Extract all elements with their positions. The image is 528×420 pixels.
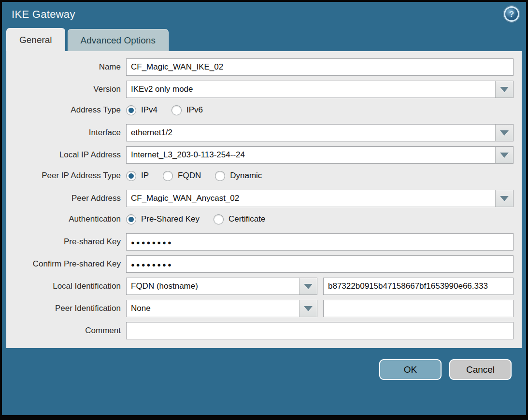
- radio-button-icon[interactable]: [163, 171, 173, 181]
- chevron-down-icon: [500, 130, 509, 136]
- version-dropdown[interactable]: IKEv2 only mode: [126, 81, 514, 98]
- radio-label-certificate[interactable]: Certificate: [228, 214, 266, 224]
- name-row: Name: [6, 58, 514, 76]
- peer-ip-address-type-row: Peer IP Address Type IP FQDN Dynamic: [6, 168, 514, 183]
- interface-dropdown[interactable]: ethernet1/2: [126, 124, 514, 141]
- local-identification-label: Local Identification: [6, 281, 126, 291]
- local-ip-address-row: Local IP Address Internet_L3_203-0-113-2…: [6, 146, 514, 164]
- radio-label-fqdn[interactable]: FQDN: [178, 171, 201, 181]
- peer-address-dropdown[interactable]: CF_Magic_WAN_Anycast_02: [126, 190, 514, 207]
- authentication-row: Authentication Pre-Shared Key Certificat…: [6, 212, 514, 226]
- confirm-pre-shared-key-row: Confirm Pre-shared Key: [6, 255, 514, 273]
- version-dropdown-button[interactable]: [495, 81, 513, 98]
- radio-button-icon[interactable]: [126, 171, 136, 181]
- version-label: Version: [6, 84, 126, 94]
- tab-advanced-options[interactable]: Advanced Options: [68, 29, 169, 51]
- peer-identification-dropdown-button[interactable]: [299, 300, 317, 317]
- address-type-label: Address Type: [6, 105, 126, 115]
- radio-button-icon[interactable]: [214, 214, 224, 224]
- peer-identification-row: Peer Identification None: [6, 300, 514, 317]
- question-mark-icon: ?: [509, 10, 514, 18]
- dialog-title: IKE Gateway: [12, 8, 75, 21]
- peer-identification-type-dropdown[interactable]: None: [126, 300, 317, 317]
- radio-option-dynamic[interactable]: Dynamic: [215, 171, 262, 181]
- peer-ip-address-type-radio-group: IP FQDN Dynamic: [126, 171, 514, 181]
- authentication-radio-group: Pre-Shared Key Certificate: [126, 214, 514, 224]
- cancel-button[interactable]: Cancel: [449, 359, 512, 380]
- dialog-footer: OK Cancel: [2, 348, 526, 415]
- chevron-down-icon: [304, 306, 313, 311]
- local-ip-address-dropdown-button[interactable]: [495, 147, 513, 163]
- name-input[interactable]: [126, 58, 514, 76]
- peer-address-label: Peer Address: [6, 194, 126, 203]
- confirm-pre-shared-key-input[interactable]: [126, 255, 514, 273]
- comment-row: Comment: [6, 322, 514, 339]
- tab-bar: General Advanced Options: [2, 27, 526, 51]
- version-dropdown-value[interactable]: IKEv2 only mode: [127, 81, 495, 98]
- radio-button-icon[interactable]: [126, 214, 136, 224]
- radio-option-pre-shared-key[interactable]: Pre-Shared Key: [126, 214, 200, 224]
- peer-identification-label: Peer Identification: [6, 304, 126, 313]
- radio-label-ipv6[interactable]: IPv6: [186, 105, 203, 115]
- version-row: Version IKEv2 only mode: [6, 81, 514, 98]
- interface-row: Interface ethernet1/2: [6, 124, 514, 141]
- name-label: Name: [6, 62, 126, 72]
- tab-general[interactable]: General: [6, 28, 65, 51]
- peer-address-row: Peer Address CF_Magic_WAN_Anycast_02: [6, 190, 514, 207]
- peer-address-dropdown-button[interactable]: [495, 190, 513, 207]
- pre-shared-key-input[interactable]: [126, 233, 514, 251]
- local-identification-type-value[interactable]: FQDN (hostname): [127, 278, 299, 294]
- radio-option-ipv4[interactable]: IPv4: [126, 105, 157, 115]
- peer-identification-value-input[interactable]: [323, 300, 514, 317]
- help-button[interactable]: ?: [504, 6, 519, 22]
- local-ip-address-dropdown[interactable]: Internet_L3_203-0-113-254--24: [126, 146, 514, 164]
- radio-option-fqdn[interactable]: FQDN: [163, 171, 201, 181]
- peer-ip-address-type-label: Peer IP Address Type: [6, 171, 126, 181]
- ike-gateway-dialog: IKE Gateway ? General Advanced Options N…: [0, 0, 528, 420]
- pre-shared-key-row: Pre-shared Key: [6, 233, 514, 251]
- tab-general-label: General: [19, 35, 52, 45]
- radio-button-icon[interactable]: [171, 105, 182, 115]
- comment-input[interactable]: [126, 322, 514, 339]
- local-ip-address-label: Local IP Address: [6, 150, 126, 160]
- radio-option-certificate[interactable]: Certificate: [214, 214, 266, 224]
- peer-address-dropdown-value[interactable]: CF_Magic_WAN_Anycast_02: [127, 190, 495, 207]
- radio-label-dynamic[interactable]: Dynamic: [230, 171, 262, 181]
- local-identification-dropdown-button[interactable]: [299, 278, 317, 294]
- ok-button[interactable]: OK: [379, 359, 442, 380]
- chevron-down-icon: [500, 153, 509, 158]
- authentication-label: Authentication: [6, 214, 126, 224]
- radio-option-ipv6[interactable]: IPv6: [171, 105, 203, 115]
- interface-label: Interface: [6, 128, 126, 138]
- local-ip-address-dropdown-value[interactable]: Internet_L3_203-0-113-254--24: [127, 147, 495, 163]
- radio-label-pre-shared-key[interactable]: Pre-Shared Key: [141, 214, 200, 224]
- radio-label-ipv4[interactable]: IPv4: [141, 105, 157, 115]
- local-identification-type-dropdown[interactable]: FQDN (hostname): [126, 278, 317, 295]
- chevron-down-icon: [500, 87, 509, 92]
- address-type-radio-group: IPv4 IPv6: [126, 105, 514, 115]
- local-identification-value-input[interactable]: [323, 278, 514, 295]
- title-bar: IKE Gateway ?: [2, 2, 526, 27]
- radio-option-ip[interactable]: IP: [126, 171, 149, 181]
- pre-shared-key-label: Pre-shared Key: [6, 237, 126, 247]
- general-tab-panel: Name Version IKEv2 only mode Address Typ…: [6, 51, 522, 348]
- tab-advanced-options-label: Advanced Options: [81, 35, 156, 46]
- confirm-pre-shared-key-label: Confirm Pre-shared Key: [6, 259, 126, 269]
- peer-identification-type-value[interactable]: None: [127, 300, 299, 317]
- radio-button-icon[interactable]: [126, 105, 136, 115]
- interface-dropdown-button[interactable]: [495, 125, 513, 141]
- interface-dropdown-value[interactable]: ethernet1/2: [127, 125, 495, 141]
- local-identification-row: Local Identification FQDN (hostname): [6, 278, 514, 295]
- comment-label: Comment: [6, 326, 126, 336]
- chevron-down-icon: [304, 284, 313, 289]
- address-type-row: Address Type IPv4 IPv6: [6, 103, 514, 117]
- radio-button-icon[interactable]: [215, 171, 225, 181]
- radio-label-ip[interactable]: IP: [141, 171, 149, 181]
- chevron-down-icon: [500, 196, 509, 201]
